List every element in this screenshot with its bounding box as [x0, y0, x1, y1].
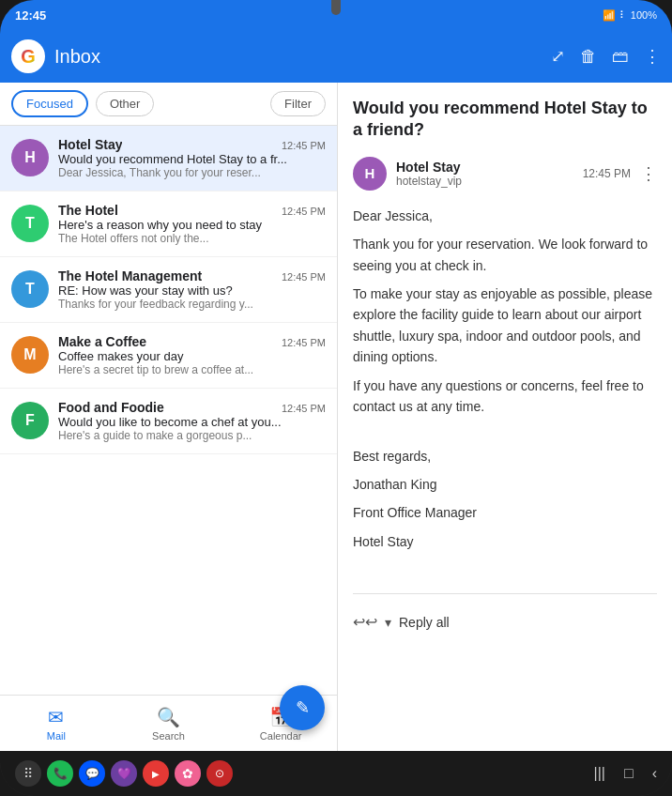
subject-the-hotel: Here's a reason why you need to stay — [58, 218, 326, 232]
subject-food-foodie: Would you like to become a chef at you..… — [58, 415, 326, 429]
time-hotel-stay: 12:45 PM — [282, 140, 326, 151]
email-item-the-hotel[interactable]: T The Hotel 12:45 PM Here's a reason why… — [0, 191, 337, 257]
email-content-hotel-management: The Hotel Management 12:45 PM RE: How wa… — [58, 268, 326, 311]
detail-divider — [353, 593, 657, 594]
email-item-make-coffee[interactable]: M Make a Coffee 12:45 PM Coffee makes yo… — [0, 323, 337, 389]
tab-filter[interactable]: Filter — [270, 91, 326, 116]
more-options-icon[interactable]: ⋮ — [644, 46, 661, 67]
nav-item-mail[interactable]: ✉ Mail — [0, 696, 113, 751]
time-make-coffee: 12:45 PM — [282, 337, 326, 348]
signal-icon: ⠇ — [619, 9, 627, 22]
app-red-icon[interactable]: ▶ — [143, 760, 169, 787]
email-item-food-foodie[interactable]: F Food and Foodie 12:45 PM Would you lik… — [0, 389, 337, 454]
search-nav-label: Search — [152, 730, 185, 742]
email-content-hotel-stay: Hotel Stay 12:45 PM Would you recommend … — [58, 137, 326, 179]
email-detail-panel: Would you recommend Hotel Stay to a frie… — [338, 83, 672, 751]
delete-icon[interactable]: 🗑 — [580, 47, 597, 67]
android-nav-controls: ||| □ ‹ — [594, 765, 657, 782]
email-list-panel: Focused Other Filter H Hotel Stay 12:45 … — [0, 83, 338, 751]
status-time: 12:45 — [15, 8, 46, 23]
detail-greeting: Dear Jessica, — [353, 206, 657, 226]
recents-icon[interactable]: ||| — [594, 765, 605, 782]
email-header-the-hotel: The Hotel 12:45 PM — [58, 203, 326, 218]
google-g-letter: G — [21, 46, 36, 68]
email-header-hotel-stay: Hotel Stay 12:45 PM — [58, 137, 326, 152]
detail-sig-1: Best regards, — [353, 446, 657, 467]
calendar-nav-label: Calendar — [260, 730, 302, 742]
time-the-hotel: 12:45 PM — [282, 206, 326, 217]
fold-notch — [331, 0, 341, 15]
reply-all-button[interactable]: Reply all — [399, 615, 450, 630]
sender-hotel-stay: Hotel Stay — [58, 137, 122, 152]
reply-all-icon: ↩↩ — [353, 613, 377, 631]
inbox-title: Inbox — [54, 46, 100, 68]
time-hotel-management: 12:45 PM — [282, 271, 326, 283]
tab-other[interactable]: Other — [96, 91, 155, 116]
detail-sig-2: Jonathan King — [353, 474, 657, 495]
app-bar: G Inbox ⤢ 🗑 🗃 ⋮ — [0, 30, 672, 83]
android-nav-bar: ⠿ 📞 💬 💜 ▶ ✿ ⊙ ||| □ ‹ — [0, 751, 672, 796]
preview-hotel-management: Thanks for your feedback regarding y... — [58, 298, 326, 311]
phone-frame: 12:45 📶 ⠇ 100% G Inbox ⤢ 🗑 🗃 ⋮ Focused — [0, 0, 672, 796]
email-header-food-foodie: Food and Foodie 12:45 PM — [58, 400, 326, 415]
detail-sender-name: Hotel Stay — [396, 160, 573, 175]
sender-make-coffee: Make a Coffee — [58, 334, 146, 349]
avatar-the-hotel: T — [11, 205, 49, 242]
email-header-make-coffee: Make a Coffee 12:45 PM — [58, 334, 326, 349]
home-icon[interactable]: □ — [624, 765, 634, 782]
reply-area: ↩↩ ▾ Reply all — [353, 605, 657, 638]
search-nav-icon: 🔍 — [157, 706, 180, 728]
email-content-make-coffee: Make a Coffee 12:45 PM Coffee makes your… — [58, 334, 326, 376]
detail-body-p1: Thank you for your reservation. We look … — [353, 234, 657, 276]
detail-sender-email: hotelstay_vip — [396, 175, 573, 188]
wifi-icon: 📶 — [603, 9, 616, 22]
tab-focused[interactable]: Focused — [11, 90, 88, 117]
avatar-hotel-stay: H — [11, 139, 49, 176]
detail-sig-4: Hotel Stay — [353, 531, 657, 552]
sender-hotel-management: The Hotel Management — [58, 268, 202, 283]
archive-icon[interactable]: 🗃 — [612, 47, 629, 67]
detail-time: 12:45 PM — [583, 167, 631, 180]
google-logo: G — [11, 39, 45, 73]
sender-food-foodie: Food and Foodie — [58, 400, 164, 415]
avatar-make-coffee: M — [11, 336, 49, 374]
detail-body-p3: If you have any questions or concerns, f… — [353, 375, 657, 418]
email-item-hotel-stay[interactable]: H Hotel Stay 12:45 PM Would you recommen… — [0, 126, 337, 191]
back-icon[interactable]: ‹ — [652, 765, 657, 782]
tabs-bar: Focused Other Filter — [0, 83, 337, 126]
app-phone-icon[interactable]: 📞 — [47, 760, 73, 787]
detail-subject: Would you recommend Hotel Stay to a frie… — [353, 98, 657, 142]
preview-hotel-stay: Dear Jessica, Thank you for your reser..… — [58, 166, 326, 179]
mail-nav-icon: ✉ — [48, 706, 64, 728]
detail-sig-3: Front Office Manager — [353, 502, 657, 523]
email-item-hotel-management[interactable]: T The Hotel Management 12:45 PM RE: How … — [0, 257, 337, 323]
detail-sender-row: H Hotel Stay hotelstay_vip 12:45 PM ⋮ — [353, 157, 657, 191]
detail-avatar: H — [353, 157, 387, 191]
app-darkred-icon[interactable]: ⊙ — [206, 760, 233, 787]
email-content-food-foodie: Food and Foodie 12:45 PM Would you like … — [58, 400, 326, 442]
app-grid-icon[interactable]: ⠿ — [15, 760, 41, 787]
app-pink-icon[interactable]: ✿ — [175, 760, 201, 787]
nav-item-search[interactable]: 🔍 Search — [113, 696, 225, 751]
email-list: H Hotel Stay 12:45 PM Would you recommen… — [0, 126, 337, 695]
compose-fab[interactable]: ✎ — [280, 685, 325, 730]
app-bar-left: G Inbox — [11, 39, 551, 73]
detail-sender-info: Hotel Stay hotelstay_vip — [396, 160, 573, 188]
compose-icon: ✎ — [296, 697, 310, 718]
chevron-down-icon[interactable]: ▾ — [385, 615, 391, 630]
avatar-food-foodie: F — [11, 402, 49, 439]
detail-more-icon[interactable]: ⋮ — [640, 163, 657, 184]
preview-make-coffee: Here's a secret tip to brew a coffee at.… — [58, 363, 326, 376]
subject-make-coffee: Coffee makes your day — [58, 349, 326, 363]
sender-the-hotel: The Hotel — [58, 203, 118, 218]
app-messages-icon[interactable]: 💬 — [79, 760, 105, 787]
mail-nav-label: Mail — [47, 730, 66, 742]
detail-body: Dear Jessica, Thank you for your reserva… — [353, 206, 657, 559]
preview-food-foodie: Here's a guide to make a gorgeous p... — [58, 429, 326, 442]
main-content: Focused Other Filter H Hotel Stay 12:45 … — [0, 83, 672, 751]
avatar-hotel-management: T — [11, 270, 49, 308]
expand-icon[interactable]: ⤢ — [551, 46, 565, 67]
battery-text: 100% — [631, 9, 657, 21]
preview-the-hotel: The Hotel offers not only the... — [58, 232, 326, 245]
app-purple-icon[interactable]: 💜 — [111, 760, 137, 787]
